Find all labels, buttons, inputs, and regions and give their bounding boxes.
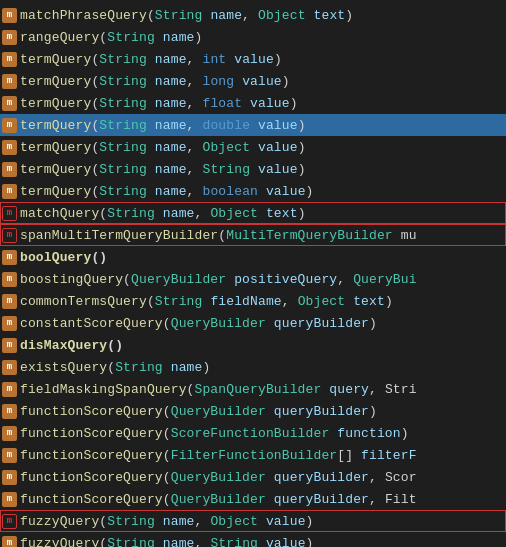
editor-container: m matchPhraseQuery(String name, Object t… — [0, 0, 506, 547]
method-icon: m — [2, 294, 17, 309]
code-text: boostingQuery(QueryBuilder positiveQuery… — [20, 272, 417, 287]
method-icon: m — [2, 228, 17, 243]
method-icon: m — [2, 8, 17, 23]
list-item[interactable]: m rangeQuery(String name) — [0, 26, 506, 48]
list-item[interactable]: m functionScoreQuery(ScoreFunctionBuilde… — [0, 422, 506, 444]
list-item[interactable]: m fieldMaskingSpanQuery(SpanQueryBuilder… — [0, 378, 506, 400]
list-item[interactable]: m termQuery(String name, int value) — [0, 48, 506, 70]
list-item[interactable]: m functionScoreQuery(QueryBuilder queryB… — [0, 488, 506, 510]
method-list: m matchPhraseQuery(String name, Object t… — [0, 0, 506, 547]
method-icon: m — [2, 140, 17, 155]
list-item[interactable]: m boostingQuery(QueryBuilder positiveQue… — [0, 268, 506, 290]
list-item[interactable]: m functionScoreQuery(QueryBuilder queryB… — [0, 400, 506, 422]
code-text: fieldMaskingSpanQuery(SpanQueryBuilder q… — [20, 382, 417, 397]
code-text: functionScoreQuery(ScoreFunctionBuilder … — [20, 426, 409, 441]
list-item-outlined[interactable]: m fuzzyQuery(String name, Object value) — [0, 510, 506, 532]
code-text: termQuery(String name, String value) — [20, 162, 306, 177]
list-item-selected[interactable]: m termQuery(String name, double value) — [0, 114, 506, 136]
code-text: functionScoreQuery(FilterFunctionBuilder… — [20, 448, 417, 463]
code-text: boolQuery() — [20, 250, 107, 265]
code-text: functionScoreQuery(QueryBuilder queryBui… — [20, 492, 417, 507]
list-item-outlined[interactable]: m matchQuery(String name, Object text) — [0, 202, 506, 224]
method-icon: m — [2, 206, 17, 221]
list-item[interactable]: m fuzzyQuery(String name, String value) — [0, 532, 506, 547]
method-icon: m — [2, 316, 17, 331]
code-text: matchPhraseQuery(String name, Object tex… — [20, 8, 353, 23]
method-icon: m — [2, 492, 17, 507]
method-icon: m — [2, 426, 17, 441]
list-item[interactable]: m constantScoreQuery(QueryBuilder queryB… — [0, 312, 506, 334]
list-item[interactable]: m existsQuery(String name) — [0, 356, 506, 378]
code-text: disMaxQuery() — [20, 338, 123, 353]
code-text: commonTermsQuery(String fieldName, Objec… — [20, 294, 393, 309]
list-item[interactable]: m termQuery(String name, Object value) — [0, 136, 506, 158]
method-icon: m — [2, 30, 17, 45]
list-item[interactable]: m termQuery(String name, long value) — [0, 70, 506, 92]
code-text: constantScoreQuery(QueryBuilder queryBui… — [20, 316, 377, 331]
code-text: matchQuery(String name, Object text) — [20, 206, 306, 221]
list-item[interactable]: m functionScoreQuery(QueryBuilder queryB… — [0, 466, 506, 488]
code-text: fuzzyQuery(String name, String value) — [20, 536, 314, 548]
code-text: functionScoreQuery(QueryBuilder queryBui… — [20, 470, 417, 485]
method-icon: m — [2, 118, 17, 133]
code-text: spanMultiTermQueryBuilder(MultiTermQuery… — [20, 228, 417, 243]
method-icon: m — [2, 338, 17, 353]
list-item[interactable]: m matchPhraseQuery(String name, Object t… — [0, 4, 506, 26]
method-icon: m — [2, 536, 17, 548]
method-icon: m — [2, 382, 17, 397]
method-icon: m — [2, 184, 17, 199]
code-text: termQuery(String name, float value) — [20, 96, 298, 111]
list-item[interactable]: m termQuery(String name, boolean value) — [0, 180, 506, 202]
list-item[interactable]: m commonTermsQuery(String fieldName, Obj… — [0, 290, 506, 312]
code-text: termQuery(String name, long value) — [20, 74, 290, 89]
method-icon: m — [2, 96, 17, 111]
method-icon: m — [2, 470, 17, 485]
list-item-outlined[interactable]: m spanMultiTermQueryBuilder(MultiTermQue… — [0, 224, 506, 246]
method-icon: m — [2, 74, 17, 89]
list-item[interactable]: m boolQuery() — [0, 246, 506, 268]
code-text: functionScoreQuery(QueryBuilder queryBui… — [20, 404, 377, 419]
method-icon: m — [2, 404, 17, 419]
code-text: fuzzyQuery(String name, Object value) — [20, 514, 314, 529]
method-icon: m — [2, 514, 17, 529]
method-icon: m — [2, 448, 17, 463]
method-icon: m — [2, 250, 17, 265]
code-text: termQuery(String name, Object value) — [20, 140, 306, 155]
method-icon: m — [2, 272, 17, 287]
code-text: termQuery(String name, double value) — [20, 118, 306, 133]
code-text: termQuery(String name, int value) — [20, 52, 282, 67]
method-icon: m — [2, 360, 17, 375]
list-item[interactable]: m functionScoreQuery(FilterFunctionBuild… — [0, 444, 506, 466]
code-text: rangeQuery(String name) — [20, 30, 202, 45]
list-item[interactable]: m disMaxQuery() — [0, 334, 506, 356]
method-icon: m — [2, 52, 17, 67]
code-text: existsQuery(String name) — [20, 360, 210, 375]
code-text: termQuery(String name, boolean value) — [20, 184, 314, 199]
list-item[interactable]: m termQuery(String name, String value) — [0, 158, 506, 180]
method-icon: m — [2, 162, 17, 177]
list-item[interactable]: m termQuery(String name, float value) — [0, 92, 506, 114]
